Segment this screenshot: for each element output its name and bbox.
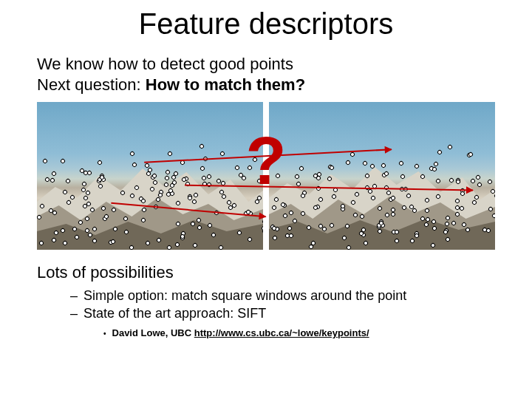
slide-title: Feature descriptors (0, 7, 532, 41)
question-mark: ? (246, 123, 287, 200)
feature-point-icon (437, 149, 443, 155)
sub-bullet: •David Lowe, UBC http://www.cs.ubc.ca/~l… (103, 327, 532, 338)
feature-point-icon (167, 151, 173, 157)
feature-point-icon (199, 143, 205, 149)
bullet-2-text: State of the art approach: SIFT (83, 306, 266, 321)
feature-point-icon (129, 151, 135, 157)
bullet-list: –Simple option: match square windows aro… (70, 287, 532, 323)
intro-line-2: Next question: How to match them? (37, 75, 532, 95)
image-panel-left (37, 102, 263, 250)
intro-line-1: We know how to detect good points (37, 54, 532, 75)
intro-bold: How to match them? (146, 75, 305, 94)
figure-container: ? (37, 102, 495, 250)
sub-bullet-link[interactable]: http://www.cs.ubc.ca/~lowe/keypoints/ (194, 327, 369, 338)
intro-text: We know how to detect good points Next q… (37, 54, 532, 95)
bullet-1: –Simple option: match square windows aro… (70, 287, 532, 304)
sub-bullet-author: David Lowe, UBC (112, 327, 194, 338)
image-panel-right (269, 102, 495, 250)
bullet-1-text: Simple option: match square windows arou… (83, 288, 406, 303)
feature-point-icon (219, 151, 225, 157)
bullet-2: –State of the art approach: SIFT (70, 304, 532, 322)
feature-point-icon (447, 144, 453, 150)
intro-prefix: Next question: (37, 75, 146, 94)
possibilities-title: Lots of possibilities (37, 263, 532, 282)
